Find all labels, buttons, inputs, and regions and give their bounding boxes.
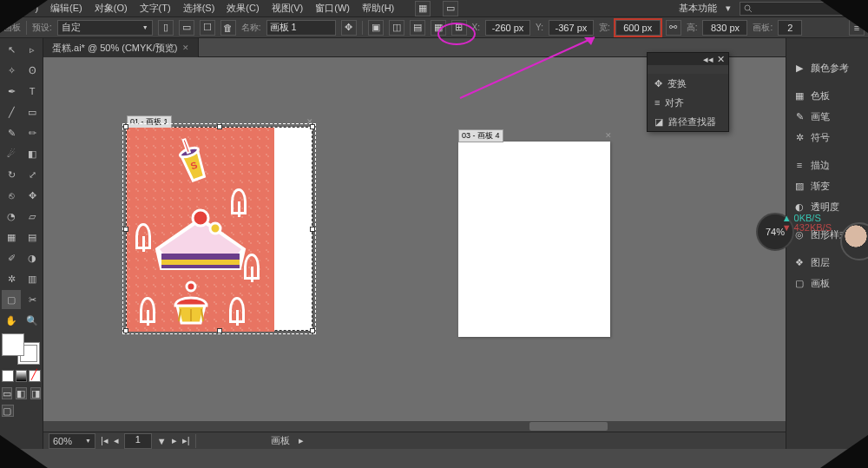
ref9-icon[interactable]: ⊞ <box>451 20 467 36</box>
document-tab[interactable]: 蛋糕.ai* @ 50% (CMYK/预览) ✕ <box>43 38 199 57</box>
none-mode-icon[interactable]: ╱ <box>29 370 41 382</box>
rotate-tool[interactable]: ↻ <box>2 165 21 184</box>
blend-tool[interactable]: ◑ <box>23 248 42 267</box>
orient-portrait-icon[interactable]: ▯ <box>158 20 174 36</box>
artboard-1[interactable]: 01 - 画板 1 ✕ S <box>126 127 312 331</box>
panel-color-guide[interactable]: ▶颜色参考 <box>786 57 868 78</box>
paintbrush-tool[interactable]: ✎ <box>2 123 21 142</box>
resize-handle[interactable] <box>310 227 315 232</box>
opt3-icon[interactable]: ▤ <box>410 20 425 36</box>
nav-last-icon[interactable]: ▸| <box>182 435 190 446</box>
delete-artboard-icon[interactable]: 🗑 <box>220 20 236 36</box>
panel-artboards[interactable]: ▢画板 <box>786 273 868 293</box>
resize-handle[interactable] <box>310 124 315 129</box>
draw-normal-icon[interactable]: ▭ <box>2 387 12 399</box>
horizontal-scrollbar[interactable] <box>43 421 786 432</box>
nav-prev-icon[interactable]: ◂ <box>114 435 119 446</box>
menu-edit[interactable]: 编辑(E) <box>50 2 82 15</box>
symbol-sprayer-tool[interactable]: ✲ <box>2 269 21 288</box>
panel-header[interactable]: ◂◂✕ <box>648 53 728 65</box>
selection-tool[interactable]: ↖ <box>2 40 21 59</box>
resize-handle[interactable] <box>123 328 128 333</box>
nav-next-icon[interactable]: ▸ <box>172 435 177 446</box>
resize-handle[interactable] <box>217 124 222 129</box>
opt1-icon[interactable]: ▣ <box>368 20 384 36</box>
rectangle-tool[interactable]: ▭ <box>23 102 42 122</box>
menu-type[interactable]: 文字(T) <box>140 2 171 15</box>
artboard-count[interactable] <box>778 20 802 36</box>
eyedropper-tool[interactable]: ✐ <box>2 248 21 267</box>
move-with-artboard-icon[interactable]: ✥ <box>341 20 357 36</box>
menu-select[interactable]: 选择(S) <box>183 2 215 15</box>
draw-behind-icon[interactable]: ◧ <box>16 387 26 399</box>
artboard-tool[interactable]: ▢ <box>2 290 21 309</box>
new-artboard-icon[interactable]: ☐ <box>200 20 215 36</box>
width-tool[interactable]: ⎋ <box>2 186 21 205</box>
menu-effect[interactable]: 效果(C) <box>227 2 259 15</box>
panel-swatches[interactable]: ▦色板 <box>786 85 868 106</box>
fill-stroke-swatch[interactable] <box>2 333 40 365</box>
width-input[interactable] <box>615 20 661 36</box>
gradient-tool[interactable]: ▤ <box>23 227 42 247</box>
pencil-tool[interactable]: ✏ <box>23 123 42 142</box>
zoom-dropdown[interactable]: 60%▼ <box>49 433 95 449</box>
height-input[interactable] <box>702 20 747 36</box>
status-panel-label[interactable]: 画板 <box>271 434 290 447</box>
direct-selection-tool[interactable]: ▹ <box>23 40 42 59</box>
menu-help[interactable]: 帮助(H) <box>362 2 394 15</box>
reference-point-icon[interactable]: ▦ <box>431 20 446 36</box>
resize-handle[interactable] <box>217 328 222 333</box>
preset-dropdown[interactable]: 自定▼ <box>57 20 153 36</box>
screen-mode-icon[interactable]: ▢ <box>2 405 14 417</box>
resize-handle[interactable] <box>310 328 315 333</box>
nav-first-icon[interactable]: |◂ <box>101 435 108 446</box>
pen-tool[interactable]: ✒ <box>2 82 21 101</box>
panel-item-transform[interactable]: ✥变换 <box>648 74 728 93</box>
arrange-icon[interactable]: ▭ <box>443 1 458 16</box>
bridge-icon[interactable]: ▦ <box>415 1 431 16</box>
type-tool[interactable]: T <box>23 82 42 101</box>
close-tab-icon[interactable]: ✕ <box>182 43 189 52</box>
orient-landscape-icon[interactable]: ▭ <box>179 20 194 36</box>
panel-symbols[interactable]: ✲符号 <box>786 127 868 148</box>
blob-brush-tool[interactable]: ☄ <box>2 144 21 163</box>
lasso-tool[interactable]: ʘ <box>23 61 42 80</box>
link-wh-icon[interactable]: ⚯ <box>666 20 681 36</box>
panel-item-pathfinder[interactable]: ◪路径查找器 <box>648 112 728 131</box>
menu-object[interactable]: 对象(O) <box>95 2 128 15</box>
panel-stroke[interactable]: ≡描边 <box>786 155 868 175</box>
slice-tool[interactable]: ✂ <box>23 290 42 309</box>
perspective-tool[interactable]: ▱ <box>23 207 42 226</box>
artboard-name-input[interactable] <box>266 20 336 36</box>
magic-wand-tool[interactable]: ✧ <box>2 61 21 80</box>
graph-tool[interactable]: ▥ <box>23 269 42 288</box>
workspace-switcher[interactable]: 基本功能 <box>679 2 717 15</box>
resize-handle[interactable] <box>123 124 128 129</box>
color-mode-icon[interactable] <box>2 370 14 382</box>
artboard-2[interactable]: 03 - 画板 4 ✕ <box>458 142 610 337</box>
x-input[interactable] <box>485 20 530 36</box>
scale-tool[interactable]: ⤢ <box>23 165 42 184</box>
panel-gradient[interactable]: ▨渐变 <box>786 175 868 196</box>
draw-inside-icon[interactable]: ◨ <box>30 387 41 399</box>
free-transform-tool[interactable]: ✥ <box>23 186 42 205</box>
mesh-tool[interactable]: ▦ <box>2 227 21 247</box>
zoom-tool[interactable]: 🔍 <box>23 311 42 330</box>
artboard-2-close-icon[interactable]: ✕ <box>605 131 612 140</box>
transform-panel[interactable]: ◂◂✕ ✥变换 ≡对齐 ◪路径查找器 <box>647 52 729 132</box>
menu-window[interactable]: 窗口(W) <box>315 2 350 15</box>
artboard-nav-input[interactable]: 1 <box>124 433 152 449</box>
y-input[interactable] <box>549 20 594 36</box>
close-icon[interactable]: ✕ <box>717 54 725 65</box>
panel-item-align[interactable]: ≡对齐 <box>648 93 728 112</box>
collapse-icon[interactable]: ◂◂ <box>703 54 713 65</box>
panel-brushes[interactable]: ✎画笔 <box>786 106 868 127</box>
hand-tool[interactable]: ✋ <box>2 311 21 330</box>
resize-handle[interactable] <box>123 227 128 232</box>
menu-view[interactable]: 视图(V) <box>272 2 304 15</box>
opt2-icon[interactable]: ◫ <box>389 20 404 36</box>
gradient-mode-icon[interactable] <box>16 370 28 382</box>
line-tool[interactable]: ╱ <box>2 102 21 122</box>
shape-builder-tool[interactable]: ◔ <box>2 207 21 226</box>
eraser-tool[interactable]: ◧ <box>23 144 42 163</box>
